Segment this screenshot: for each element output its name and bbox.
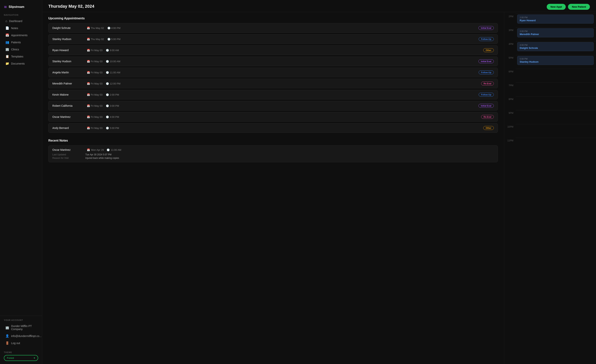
calendar-icon: 📅 — [87, 116, 90, 118]
user-icon: 👤 — [5, 334, 9, 338]
page-title: Thursday May 02, 2024 — [48, 4, 94, 9]
appointment-card[interactable]: Meredith Palmer 📅 Fri May 03 🕐 12:00 PM … — [48, 79, 498, 88]
cal-event-time: 5:00 PM — [520, 58, 591, 60]
appointment-card[interactable]: Stanley Hudson 📅 Fri May 03 🕐 10:00 AM I… — [48, 57, 498, 66]
logo-icon: ≋ — [4, 5, 7, 9]
calendar-event[interactable]: 3:00 PM Meredith Palmer — [517, 28, 594, 37]
appt-name: Meredith Palmer — [52, 82, 83, 85]
sidebar-item-documents[interactable]: 📁 Documents — [1, 60, 40, 67]
new-patient-button[interactable]: New Patient — [568, 4, 590, 10]
slot-content — [516, 138, 596, 152]
calendar-slot: 4PM 4:00 PM Dwight Schrute — [504, 41, 596, 55]
clock-icon: 🕐 — [107, 38, 111, 41]
nav-section-label: Navigation — [0, 14, 42, 18]
appt-time: 🕐 4:00 PM — [106, 116, 119, 118]
note-details: Last Updated Tue Apr 30 2024 5:07 PM Rea… — [52, 153, 494, 159]
new-appt-button[interactable]: New Appt — [547, 4, 566, 10]
appt-meta: 📅 Fri May 03 🕐 11:00 AM — [87, 71, 475, 74]
cal-event-name: Dwight Schrute — [520, 47, 591, 49]
appointment-card[interactable]: Stanley Hudson 📅 Thu May 02 🕐 5:00 PM Fo… — [48, 34, 498, 44]
appointment-card[interactable]: Ryan Howard 📅 Fri May 03 🕐 9:00 AM Other — [48, 45, 498, 55]
appointment-card[interactable]: Kevin Malone 📅 Fri May 03 🕐 2:00 PM Foll… — [48, 90, 498, 99]
appt-date: 📅 Fri May 03 — [87, 104, 102, 107]
patients-icon: 👥 — [5, 40, 9, 44]
appt-badge: Re-Eval — [481, 82, 494, 86]
slot-content — [516, 69, 596, 83]
clock-icon: 🕐 — [106, 116, 109, 118]
appt-name: Dwight Schrute — [52, 26, 83, 29]
sidebar-item-notes[interactable]: 📄 Notes — [1, 24, 40, 32]
theme-selector[interactable]: Forest ▾ — [4, 355, 38, 361]
sidebar-item-dashboard[interactable]: ⌂ Dashboard — [1, 18, 40, 24]
sidebar-item-company[interactable]: 🏢 Dunder Mifflin PT Company — [1, 323, 40, 332]
calendar-icon: 📅 — [87, 148, 90, 151]
calendar-slot: 6PM — [504, 69, 596, 83]
appt-date: 📅 Thu May 02 — [87, 27, 104, 29]
calendar-slot: 10PM — [504, 124, 596, 138]
theme-section: Theme Forest ▾ — [0, 348, 42, 361]
sidebar-item-patients[interactable]: 👥 Patients — [1, 39, 40, 46]
appt-badge: Follow-Up — [479, 37, 494, 41]
note-card[interactable]: Oscar Martinez 📅 Mon Apr 29 🕐 11:00 AM L… — [48, 146, 498, 162]
sidebar-item-clinics[interactable]: 🏢 Clinics — [1, 46, 40, 53]
appt-name: Ryan Howard — [52, 49, 83, 52]
appt-date: 📅 Thu May 02 — [87, 38, 104, 41]
slot-content — [516, 96, 596, 110]
appt-name: Angela Martin — [52, 71, 83, 74]
appt-badge: Initial Eval — [478, 59, 494, 63]
cal-event-name: Stanley Hudson — [520, 60, 591, 63]
appointment-card[interactable]: Robert California 📅 Fri May 03 🕐 3:00 PM… — [48, 101, 498, 110]
appt-date: 📅 Fri May 03 — [87, 116, 102, 118]
appt-meta: 📅 Fri May 03 🕐 3:00 PM — [87, 104, 475, 107]
appt-time: 🕐 5:00 PM — [107, 38, 120, 41]
main: Thursday May 02, 2024 New Appt New Patie… — [42, 0, 596, 364]
account-section: Your Account 🏢 Dunder Mifflin PT Company… — [0, 316, 42, 348]
appt-meta: 📅 Fri May 03 🕐 12:00 PM — [87, 82, 477, 85]
calendar-icon: 📅 — [87, 27, 90, 29]
company-name: Dunder Mifflin PT Company — [11, 325, 37, 331]
calendar-event[interactable]: 4:00 PM Dwight Schrute — [517, 42, 594, 51]
sidebar-item-appointments[interactable]: 📅 Appointments — [1, 32, 40, 39]
last-updated-label: Last Updated — [52, 153, 83, 156]
appt-time: 🕐 12:00 PM — [106, 82, 120, 85]
theme-label: Theme — [4, 351, 38, 353]
clock-icon: 🕐 — [106, 82, 109, 85]
calendar-icon: 📅 — [87, 71, 90, 74]
sidebar-item-label: Notes — [11, 27, 18, 30]
logout-icon: 🚪 — [5, 341, 9, 345]
calendar-event[interactable]: 2:00 PM Ryan Howard — [517, 15, 594, 23]
calendar-event[interactable]: 5:00 PM Stanley Hudson — [517, 56, 594, 65]
appt-date: 📅 Fri May 03 — [87, 60, 102, 63]
appointment-card[interactable]: Andy Bernard 📅 Fri May 03 🕐 5:00 PM Othe… — [48, 123, 498, 133]
appointment-card[interactable]: Dwight Schrute 📅 Thu May 02 🕐 4:00 PM In… — [48, 23, 498, 33]
appointment-card[interactable]: Angela Martin 📅 Fri May 03 🕐 11:00 AM Fo… — [48, 68, 498, 77]
chevron-down-icon: ▾ — [34, 357, 35, 359]
clock-icon: 🕐 — [106, 49, 109, 52]
calendar-icon: 📅 — [5, 33, 9, 37]
sidebar-item-logout[interactable]: 🚪 Log out — [1, 340, 40, 347]
appt-badge: Follow-Up — [479, 93, 494, 96]
time-label: 2PM — [504, 14, 516, 27]
sidebar-item-templates[interactable]: 📋 Templates — [1, 53, 40, 60]
appt-time: 🕐 4:00 PM — [107, 27, 120, 29]
appt-time: 🕐 5:00 PM — [106, 127, 119, 130]
sidebar-item-email[interactable]: 👤 info@dundermifflinpt.co... — [1, 332, 40, 340]
appt-name: Oscar Martinez — [52, 115, 83, 118]
clock-icon: 🕐 — [106, 71, 109, 74]
topbar: Thursday May 02, 2024 New Appt New Patie… — [42, 0, 596, 12]
email-label: info@dundermifflinpt.co... — [11, 335, 42, 338]
topbar-actions: New Appt New Patient — [547, 4, 590, 10]
cal-event-time: 2:00 PM — [520, 16, 591, 19]
time-label: 6PM — [504, 69, 516, 83]
appt-badge: Other — [483, 126, 494, 130]
appt-name: Robert California — [52, 104, 83, 107]
appt-time: 🕐 3:00 PM — [106, 104, 119, 107]
appointment-card[interactable]: Oscar Martinez 📅 Fri May 03 🕐 4:00 PM Re… — [48, 112, 498, 122]
slot-content — [516, 83, 596, 96]
calendar-icon: 📅 — [87, 93, 90, 96]
last-updated-value: Tue Apr 30 2024 5:07 PM — [85, 153, 494, 156]
templates-icon: 📋 — [5, 55, 9, 58]
appt-meta: 📅 Fri May 03 🕐 2:00 PM — [87, 93, 475, 96]
calendar-slot: 5PM 5:00 PM Stanley Hudson — [504, 55, 596, 69]
time-label: 7PM — [504, 83, 516, 96]
